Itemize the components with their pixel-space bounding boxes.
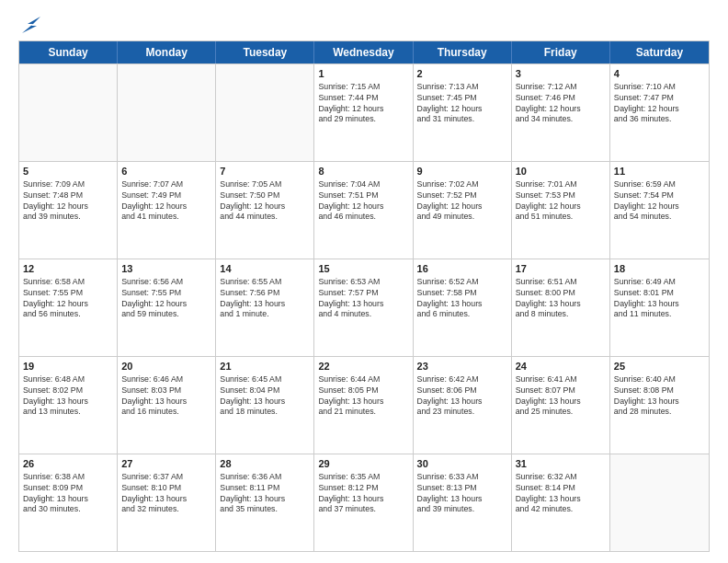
cell-info: Sunrise: 6:32 AM Sunset: 8:14 PM Dayligh…: [516, 472, 606, 516]
cell-info: Sunrise: 6:53 AM Sunset: 7:57 PM Dayligh…: [318, 277, 408, 321]
cal-cell: 14Sunrise: 6:55 AM Sunset: 7:56 PM Dayli…: [216, 259, 314, 356]
cal-cell: 13Sunrise: 6:56 AM Sunset: 7:55 PM Dayli…: [118, 259, 216, 356]
cal-cell: 6Sunrise: 7:07 AM Sunset: 7:49 PM Daylig…: [118, 162, 216, 259]
cell-info: Sunrise: 7:02 AM Sunset: 7:52 PM Dayligh…: [417, 179, 507, 224]
cal-cell: 31Sunrise: 6:32 AM Sunset: 8:14 PM Dayli…: [512, 454, 610, 551]
cal-cell: 16Sunrise: 6:52 AM Sunset: 7:58 PM Dayli…: [414, 259, 512, 356]
cell-info: Sunrise: 7:12 AM Sunset: 7:46 PM Dayligh…: [516, 82, 606, 126]
day-number: 8: [318, 165, 408, 178]
day-number: 4: [614, 67, 705, 81]
header-day-friday: Friday: [512, 41, 610, 63]
calendar-body: 1Sunrise: 7:15 AM Sunset: 7:44 PM Daylig…: [19, 63, 709, 551]
cell-info: Sunrise: 7:07 AM Sunset: 7:49 PM Dayligh…: [121, 179, 211, 224]
cell-info: Sunrise: 7:09 AM Sunset: 7:48 PM Dayligh…: [23, 179, 113, 224]
cal-cell: [610, 454, 709, 551]
cell-info: Sunrise: 6:44 AM Sunset: 8:05 PM Dayligh…: [318, 374, 408, 419]
day-number: 17: [516, 262, 606, 276]
cell-info: Sunrise: 6:45 AM Sunset: 8:04 PM Dayligh…: [220, 374, 310, 419]
cal-cell: 29Sunrise: 6:35 AM Sunset: 8:12 PM Dayli…: [314, 454, 413, 551]
cell-info: Sunrise: 6:38 AM Sunset: 8:09 PM Dayligh…: [23, 472, 113, 516]
cal-cell: 20Sunrise: 6:46 AM Sunset: 8:03 PM Dayli…: [118, 357, 216, 454]
day-number: 13: [121, 262, 211, 276]
cell-info: Sunrise: 7:10 AM Sunset: 7:47 PM Dayligh…: [614, 82, 705, 126]
calendar-header: SundayMondayTuesdayWednesdayThursdayFrid…: [19, 41, 709, 63]
day-number: 31: [516, 457, 606, 471]
cell-info: Sunrise: 6:52 AM Sunset: 7:58 PM Dayligh…: [417, 277, 507, 321]
cell-info: Sunrise: 6:36 AM Sunset: 8:11 PM Dayligh…: [220, 472, 310, 516]
header-day-saturday: Saturday: [610, 41, 709, 63]
cell-info: Sunrise: 6:41 AM Sunset: 8:07 PM Dayligh…: [516, 374, 606, 419]
cell-info: Sunrise: 6:48 AM Sunset: 8:02 PM Dayligh…: [23, 374, 113, 419]
cell-info: Sunrise: 6:49 AM Sunset: 8:01 PM Dayligh…: [614, 277, 705, 321]
day-number: 23: [417, 360, 507, 373]
cal-cell: 11Sunrise: 6:59 AM Sunset: 7:54 PM Dayli…: [610, 162, 709, 259]
cell-info: Sunrise: 7:01 AM Sunset: 7:53 PM Dayligh…: [516, 179, 606, 224]
cal-cell: 8Sunrise: 7:04 AM Sunset: 7:51 PM Daylig…: [314, 162, 413, 259]
cell-info: Sunrise: 6:33 AM Sunset: 8:13 PM Dayligh…: [417, 472, 507, 516]
cal-cell: [118, 64, 216, 161]
cal-cell: 21Sunrise: 6:45 AM Sunset: 8:04 PM Dayli…: [216, 357, 314, 454]
cal-cell: 12Sunrise: 6:58 AM Sunset: 7:55 PM Dayli…: [19, 259, 118, 356]
cal-cell: 23Sunrise: 6:42 AM Sunset: 8:06 PM Dayli…: [414, 357, 512, 454]
cal-cell: 10Sunrise: 7:01 AM Sunset: 7:53 PM Dayli…: [512, 162, 610, 259]
day-number: 6: [121, 165, 211, 178]
header-day-thursday: Thursday: [414, 41, 512, 63]
day-number: 7: [220, 165, 310, 178]
cell-info: Sunrise: 6:59 AM Sunset: 7:54 PM Dayligh…: [614, 179, 705, 224]
cal-cell: [19, 64, 118, 161]
header-day-sunday: Sunday: [19, 41, 118, 63]
svg-marker-0: [22, 17, 40, 33]
cal-cell: 18Sunrise: 6:49 AM Sunset: 8:01 PM Dayli…: [610, 259, 709, 356]
day-number: 16: [417, 262, 507, 276]
day-number: 5: [23, 165, 113, 178]
day-number: 30: [417, 457, 507, 471]
cell-info: Sunrise: 6:51 AM Sunset: 8:00 PM Dayligh…: [516, 277, 606, 321]
day-number: 22: [318, 360, 408, 373]
day-number: 12: [23, 262, 113, 276]
cell-info: Sunrise: 6:37 AM Sunset: 8:10 PM Dayligh…: [121, 472, 211, 516]
week-row-1: 1Sunrise: 7:15 AM Sunset: 7:44 PM Daylig…: [19, 63, 709, 161]
header-day-monday: Monday: [118, 41, 216, 63]
day-number: 15: [318, 262, 408, 276]
cell-info: Sunrise: 6:40 AM Sunset: 8:08 PM Dayligh…: [614, 374, 705, 419]
day-number: 20: [121, 360, 211, 373]
cal-cell: 2Sunrise: 7:13 AM Sunset: 7:45 PM Daylig…: [414, 64, 512, 161]
cal-cell: 7Sunrise: 7:05 AM Sunset: 7:50 PM Daylig…: [216, 162, 314, 259]
cal-cell: 28Sunrise: 6:36 AM Sunset: 8:11 PM Dayli…: [216, 454, 314, 551]
day-number: 26: [23, 457, 113, 471]
header-day-tuesday: Tuesday: [216, 41, 314, 63]
cell-info: Sunrise: 6:58 AM Sunset: 7:55 PM Dayligh…: [23, 277, 113, 321]
cell-info: Sunrise: 6:56 AM Sunset: 7:55 PM Dayligh…: [121, 277, 211, 321]
cell-info: Sunrise: 7:13 AM Sunset: 7:45 PM Dayligh…: [417, 82, 507, 126]
cell-info: Sunrise: 6:46 AM Sunset: 8:03 PM Dayligh…: [121, 374, 211, 419]
cell-info: Sunrise: 6:35 AM Sunset: 8:12 PM Dayligh…: [318, 472, 408, 516]
cal-cell: [216, 64, 314, 161]
cal-cell: 4Sunrise: 7:10 AM Sunset: 7:47 PM Daylig…: [610, 64, 709, 161]
cal-cell: 9Sunrise: 7:02 AM Sunset: 7:52 PM Daylig…: [414, 162, 512, 259]
day-number: 2: [417, 67, 507, 81]
day-number: 29: [318, 457, 408, 471]
day-number: 10: [516, 165, 606, 178]
day-number: 19: [23, 360, 113, 373]
logo: [18, 17, 40, 33]
day-number: 27: [121, 457, 211, 471]
day-number: 9: [417, 165, 507, 178]
cal-cell: 24Sunrise: 6:41 AM Sunset: 8:07 PM Dayli…: [512, 357, 610, 454]
cell-info: Sunrise: 6:55 AM Sunset: 7:56 PM Dayligh…: [220, 277, 310, 321]
cal-cell: 15Sunrise: 6:53 AM Sunset: 7:57 PM Dayli…: [314, 259, 413, 356]
day-number: 3: [516, 67, 606, 81]
cell-info: Sunrise: 7:04 AM Sunset: 7:51 PM Dayligh…: [318, 179, 408, 224]
day-number: 25: [614, 360, 705, 373]
week-row-4: 19Sunrise: 6:48 AM Sunset: 8:02 PM Dayli…: [19, 356, 709, 454]
day-number: 11: [614, 165, 705, 178]
cal-cell: 30Sunrise: 6:33 AM Sunset: 8:13 PM Dayli…: [414, 454, 512, 551]
logo-bird-icon: [20, 17, 40, 33]
cell-info: Sunrise: 6:42 AM Sunset: 8:06 PM Dayligh…: [417, 374, 507, 419]
cell-info: Sunrise: 7:05 AM Sunset: 7:50 PM Dayligh…: [220, 179, 310, 224]
week-row-3: 12Sunrise: 6:58 AM Sunset: 7:55 PM Dayli…: [19, 259, 709, 356]
day-number: 1: [318, 67, 408, 81]
cal-cell: 26Sunrise: 6:38 AM Sunset: 8:09 PM Dayli…: [19, 454, 118, 551]
calendar: SundayMondayTuesdayWednesdayThursdayFrid…: [18, 40, 710, 552]
cal-cell: 3Sunrise: 7:12 AM Sunset: 7:46 PM Daylig…: [512, 64, 610, 161]
week-row-2: 5Sunrise: 7:09 AM Sunset: 7:48 PM Daylig…: [19, 161, 709, 259]
